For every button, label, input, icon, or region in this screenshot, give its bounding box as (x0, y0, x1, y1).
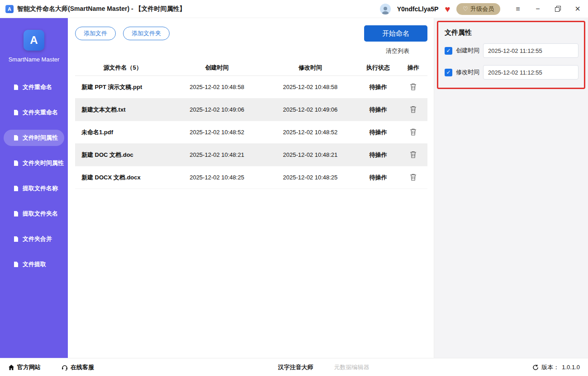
delete-row-button[interactable] (409, 150, 417, 159)
sidebar-item-folder-merge[interactable]: 文件夹合并 (4, 231, 64, 247)
sidebar-item-label: 文件重命名 (23, 83, 52, 91)
trash-icon (410, 151, 417, 158)
sidebar-item-label: 文件夹重命名 (23, 108, 58, 117)
toolbar: 添加文件 添加文件夹 开始命名 (75, 25, 427, 42)
sidebar-item-label: 文件提取 (23, 260, 46, 268)
document-icon (13, 261, 19, 268)
cell-modified: 2025-12-02 10:48:21 (264, 151, 357, 158)
window-controls: ≡ − × (514, 5, 582, 13)
titlebar: A 智能文件命名大师(SmartName Master) - 【文件时间属性】 … (0, 0, 588, 18)
table-body: 新建 PPT 演示文稿.ppt 2025-12-02 10:48:58 2025… (75, 76, 427, 189)
titlebar-left: A 智能文件命名大师(SmartName Master) - 【文件时间属性】 (5, 5, 186, 13)
username-label[interactable]: Y0ndfcLlya5P (397, 5, 439, 13)
document-icon (13, 236, 19, 242)
cell-status: 待操作 (357, 128, 399, 136)
minimize-button[interactable]: − (534, 5, 542, 13)
brand-name: SmartName Master (9, 56, 60, 63)
start-rename-button[interactable]: 开始命名 (364, 25, 427, 42)
trash-icon (410, 174, 417, 181)
table-row: 新建 DOC 文档.doc 2025-12-02 10:48:21 2025-1… (75, 144, 427, 166)
pinyin-master-link[interactable]: 汉字注音大师 (278, 363, 313, 371)
headset-icon (62, 364, 68, 371)
upgrade-member-label: 升级会员 (470, 5, 494, 13)
cell-filename: 新建 PPT 演示文稿.ppt (75, 83, 170, 91)
restore-icon (555, 6, 561, 12)
cell-modified: 2025-12-02 10:48:52 (264, 129, 357, 136)
trash-icon (410, 128, 417, 136)
table-row: 新建 PPT 演示文稿.ppt 2025-12-02 10:48:58 2025… (75, 76, 427, 99)
sidebar-item-folder-rename[interactable]: 文件夹重命名 (4, 104, 64, 121)
sidebar-item-folder-time-attrs[interactable]: 文件夹时间属性 (4, 155, 64, 171)
trash-icon (410, 83, 417, 90)
sidebar-item-file-rename[interactable]: 文件重命名 (4, 79, 64, 95)
header-exec-status: 执行状态 (357, 64, 399, 72)
online-support-link[interactable]: 在线客服 (62, 363, 94, 371)
cell-filename: 新建 DOCX 文档.docx (75, 174, 170, 182)
trash-icon (410, 106, 417, 113)
menu-button[interactable]: ≡ (514, 5, 522, 13)
document-icon (13, 211, 19, 217)
cell-status: 待操作 (357, 151, 399, 159)
created-time-field-row: ✓ 创建时间 (445, 43, 579, 58)
sidebar-item-file-extract[interactable]: 文件提取 (4, 256, 64, 273)
cell-created: 2025-12-02 10:48:58 (170, 84, 263, 90)
panel-title: 文件属性 (445, 28, 579, 37)
vip-heart-icon[interactable]: ♥ (445, 5, 450, 14)
version-value: 1.0.1.0 (562, 364, 580, 371)
version-area: 版本： 1.0.1.0 (532, 363, 580, 371)
sidebar-item-extract-file-names[interactable]: 提取文件名称 (4, 180, 64, 197)
cell-created: 2025-12-02 10:48:52 (170, 129, 263, 136)
sidebar-item-label: 文件夹时间属性 (23, 159, 64, 167)
app-logo-icon: A (5, 5, 14, 13)
statusbar-center: 汉字注音大师 元数据编辑器 (115, 363, 532, 371)
header-source-filename: 源文件名（5） (75, 64, 170, 72)
modified-time-label: 修改时间 (456, 68, 479, 76)
table-row: 新建 DOCX 文档.docx 2025-12-02 10:48:25 2025… (75, 166, 427, 189)
maximize-button[interactable] (554, 5, 562, 13)
user-avatar[interactable] (380, 4, 391, 14)
version-label: 版本： (541, 363, 559, 371)
sidebar-item-label: 文件时间属性 (23, 134, 58, 142)
cell-status: 待操作 (357, 174, 399, 182)
cell-filename: 新建文本文档.txt (75, 106, 170, 114)
delete-row-button[interactable] (409, 105, 417, 114)
refresh-icon[interactable] (532, 364, 539, 371)
cell-created: 2025-12-02 10:49:06 (170, 106, 263, 113)
delete-row-button[interactable] (409, 82, 417, 91)
table-header-row: 源文件名（5） 创建时间 修改时间 执行状态 操作 (75, 60, 427, 76)
created-time-label: 创建时间 (456, 47, 479, 55)
delete-row-button[interactable] (409, 127, 417, 136)
sidebar-item-extract-folder-names[interactable]: 提取文件夹名 (4, 206, 64, 222)
sidebar-item-file-time-attrs[interactable]: 文件时间属性 (4, 130, 64, 146)
statusbar: 官方网站 在线客服 汉字注音大师 元数据编辑器 版本： 1.0.1.0 (0, 358, 588, 376)
cell-status: 待操作 (357, 83, 399, 91)
official-website-label: 官方网站 (17, 363, 41, 371)
sidebar-item-label: 提取文件名称 (23, 184, 58, 193)
created-time-input[interactable] (483, 43, 579, 58)
document-icon (13, 135, 19, 141)
sidebar-item-label: 提取文件夹名 (23, 210, 58, 218)
home-icon (8, 364, 14, 371)
modified-time-checkbox[interactable]: ✓ (445, 69, 452, 76)
sidebar-nav: 文件重命名 文件夹重命名 文件时间属性 文件夹时间属性 提取文件名称 (0, 79, 68, 273)
modified-time-field-row: ✓ 修改时间 (445, 65, 579, 80)
modified-time-input[interactable] (483, 65, 579, 80)
properties-panel: 文件属性 ✓ 创建时间 ✓ 修改时间 (434, 18, 588, 358)
header-created-time: 创建时间 (170, 64, 263, 72)
upgrade-member-button[interactable]: ♡ 升级会员 (456, 3, 500, 15)
add-folder-button[interactable]: 添加文件夹 (123, 27, 170, 40)
cell-created: 2025-12-02 10:48:21 (170, 151, 263, 158)
delete-row-button[interactable] (409, 173, 417, 182)
window-title: 智能文件命名大师(SmartName Master) - 【文件时间属性】 (17, 5, 186, 13)
add-file-button[interactable]: 添加文件 (75, 27, 116, 40)
titlebar-right: Y0ndfcLlya5P ♥ ♡ 升级会员 ≡ − × (380, 3, 582, 15)
official-website-link[interactable]: 官方网站 (8, 363, 41, 371)
metadata-editor-link[interactable]: 元数据编辑器 (334, 363, 370, 371)
header-modified-time: 修改时间 (264, 64, 357, 72)
close-button[interactable]: × (574, 5, 582, 13)
online-support-label: 在线客服 (71, 363, 94, 371)
created-time-checkbox[interactable]: ✓ (445, 47, 452, 55)
file-table: 源文件名（5） 创建时间 修改时间 执行状态 操作 新建 PPT 演示文稿.pp… (75, 60, 427, 189)
main-content: 添加文件 添加文件夹 开始命名 清空列表 源文件名（5） 创建时间 修改时间 执… (68, 18, 434, 358)
clear-list-link[interactable]: 清空列表 (386, 47, 409, 55)
